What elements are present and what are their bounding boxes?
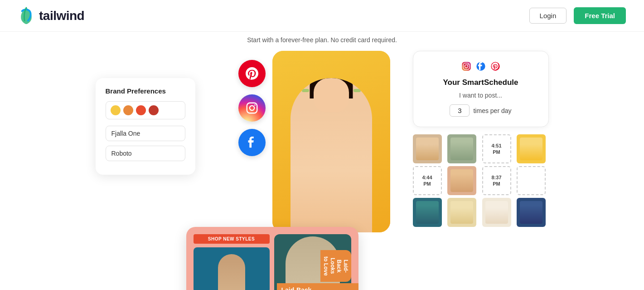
time-cell-3: 8:37PM xyxy=(482,166,511,195)
subtitle-bar: Start with a forever-free plan. No credi… xyxy=(0,32,644,46)
photo-cell-12 xyxy=(517,198,546,227)
main-image-card: ◇ xyxy=(272,51,390,232)
shop-btn: SHOP NEW STYLES xyxy=(194,234,270,244)
time-cell-1: 4:51PM xyxy=(482,134,511,163)
svg-point-1 xyxy=(249,106,254,110)
collage-photo-left xyxy=(194,247,270,290)
color-swatch-2[interactable] xyxy=(123,105,133,115)
center-area: ◇ SHOP NEW STYLES xyxy=(213,51,395,269)
photo-cell-2 xyxy=(447,134,476,163)
logo-icon xyxy=(18,7,34,25)
color-swatches[interactable] xyxy=(106,101,185,119)
time-cell-2: 4:44PM xyxy=(413,166,442,195)
login-button[interactable]: Login xyxy=(529,8,567,24)
collage-inner: SHOP NEW STYLES Laid-BackLooksto Love ★★… xyxy=(194,234,351,290)
color-swatch-1[interactable] xyxy=(111,105,121,115)
font-field-2[interactable]: Roboto xyxy=(106,146,185,161)
pinterest-icon[interactable] xyxy=(238,60,266,87)
photo-cell-9 xyxy=(413,198,442,227)
svg-point-6 xyxy=(468,64,469,65)
logo-area: tailwind xyxy=(18,7,84,25)
main-content: Brand Preferences Fjalla One Roboto xyxy=(0,46,644,278)
social-icons xyxy=(238,60,266,156)
brand-panel: Brand Preferences Fjalla One Roboto xyxy=(96,78,195,175)
photo-cell-1 xyxy=(413,134,442,163)
collage-text-1: Laid-BackLooksto Love xyxy=(323,256,349,276)
times-input[interactable] xyxy=(450,104,470,117)
logo-text: tailwind xyxy=(39,9,84,23)
nav-right: Login Free Trial xyxy=(529,7,626,24)
times-row: times per day xyxy=(424,104,537,117)
collage-left: SHOP NEW STYLES xyxy=(194,234,270,290)
ss-platform-icons xyxy=(424,61,537,74)
times-label: times per day xyxy=(473,107,511,114)
collage-right: Laid-BackLooksto Love xyxy=(274,234,351,290)
ss-pinterest-icon xyxy=(490,61,500,74)
navbar: tailwind Login Free Trial xyxy=(0,0,644,32)
ss-instagram-icon xyxy=(461,61,471,74)
free-trial-button[interactable]: Free Trial xyxy=(574,7,626,24)
right-panel: Your SmartSchedule I want to post... tim… xyxy=(413,51,549,227)
collage-overlay-text: Laid-BackLooksto Love xyxy=(320,250,351,282)
smart-schedule-title: Your SmartSchedule xyxy=(424,78,537,87)
photo-cell-5 xyxy=(447,166,476,195)
collage-card: SHOP NEW STYLES Laid-BackLooksto Love ★★… xyxy=(186,227,358,290)
brand-panel-title: Brand Preferences xyxy=(106,87,185,95)
photo-cell-10 xyxy=(447,198,476,227)
smart-schedule-subtitle: I want to post... xyxy=(424,92,537,99)
color-swatch-3[interactable] xyxy=(136,105,146,115)
subtitle-text: Start with a forever-free plan. No credi… xyxy=(247,36,397,44)
partial-text: Laid-Back ks to Love xyxy=(277,283,358,290)
instagram-icon[interactable] xyxy=(238,94,266,122)
color-swatch-4[interactable] xyxy=(149,105,159,115)
photo-cell-empty xyxy=(517,166,546,195)
font-field-1[interactable]: Fjalla One xyxy=(106,126,185,141)
smart-schedule-card: Your SmartSchedule I want to post... tim… xyxy=(413,51,549,127)
ss-facebook-icon xyxy=(476,61,486,74)
svg-rect-0 xyxy=(247,103,257,113)
facebook-icon[interactable] xyxy=(238,129,266,156)
photo-grid: 4:51PM 4:44PM 8:37PM xyxy=(413,134,549,227)
svg-point-2 xyxy=(254,104,256,106)
photo-cell-11 xyxy=(482,198,511,227)
photo-cell-4 xyxy=(517,134,546,163)
